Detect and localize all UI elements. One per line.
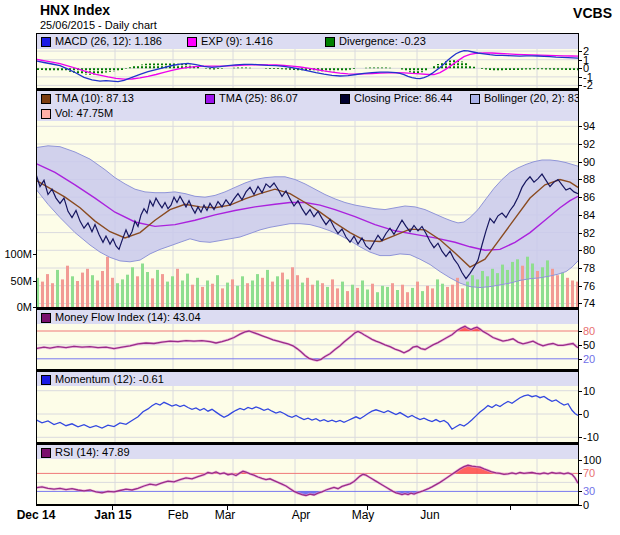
legend-item: Divergence: -0.23 <box>325 34 426 49</box>
volume-bar <box>451 285 454 307</box>
axis-tick-mark <box>578 162 582 163</box>
bollinger-swatch-icon <box>470 94 480 104</box>
legend-label: RSI (14): 47.89 <box>55 445 130 460</box>
x-axis-month-label: May <box>352 508 375 522</box>
volume-bar <box>196 278 199 307</box>
plot-rsi <box>37 459 578 504</box>
volume-swatch-icon <box>41 109 51 119</box>
volume-bar <box>491 269 494 307</box>
volume-bar <box>551 269 554 307</box>
volume-bar <box>506 270 509 307</box>
panel-separator <box>36 504 579 506</box>
volume-bar <box>266 270 269 307</box>
volume-bar <box>381 286 384 307</box>
volume-bar <box>246 283 249 307</box>
exp-swatch-icon <box>187 37 197 47</box>
exp-line <box>37 53 578 79</box>
volume-bar <box>376 292 379 307</box>
axis-tick-mark <box>578 303 582 304</box>
y-axis-label: 80 <box>583 325 595 337</box>
volume-tick-mark <box>33 281 37 282</box>
volume-bar <box>81 273 84 307</box>
axis-tick-mark <box>578 250 582 251</box>
y-axis-label: 100 <box>583 454 601 466</box>
y-axis-label: 30 <box>583 485 595 497</box>
plot-mfi <box>37 324 578 369</box>
plot-macd <box>37 49 578 88</box>
volume-bar <box>286 279 289 307</box>
momentum-line <box>37 395 578 429</box>
y-axis-label: 10 <box>583 385 595 397</box>
axis-tick-mark <box>578 268 582 269</box>
volume-bar <box>461 288 464 307</box>
volume-bar <box>191 285 194 307</box>
y-axis-label: 82 <box>583 227 595 239</box>
volume-bar <box>516 259 519 307</box>
volume-bar <box>61 279 64 307</box>
panel-mfi: Money Flow Index (14): 43.04 <box>36 310 579 369</box>
volume-bar <box>571 281 574 308</box>
volume-bar <box>371 284 374 307</box>
legend-label: MACD (26, 12): 1.186 <box>55 34 162 49</box>
axis-tick-mark <box>578 359 582 360</box>
axis-tick-mark <box>578 391 582 392</box>
volume-bar <box>471 275 474 307</box>
y-axis-label: -2 <box>583 79 593 91</box>
y-axis-label: 20 <box>583 353 595 365</box>
volume-axis-label: 50M <box>1 275 32 287</box>
axis-tick-mark <box>578 77 582 78</box>
legend-label: Vol: 47.75M <box>55 106 113 121</box>
x-axis-month-label: Dec 14 <box>17 508 56 522</box>
volume-bar <box>41 282 44 307</box>
legend-label: TMA (10): 87.13 <box>55 91 134 106</box>
volume-bar <box>546 260 549 307</box>
volume-tick-mark <box>33 254 37 255</box>
panel-rsi: RSI (14): 47.89 <box>36 445 579 504</box>
chart-area: MACD (26, 12): 1.186EXP (9): 1.416Diverg… <box>0 0 620 535</box>
volume-bar <box>361 281 364 308</box>
volume-bar <box>566 278 569 307</box>
volume-bar <box>416 282 419 307</box>
closing-price-swatch-icon <box>340 94 350 104</box>
x-axis-month-label: Mar <box>215 508 236 522</box>
volume-bar <box>331 279 334 307</box>
volume-axis-label: 100M <box>1 248 32 260</box>
volume-bar <box>346 291 349 307</box>
volume-bar <box>216 275 219 307</box>
volume-bar <box>221 288 224 307</box>
volume-bar <box>136 276 139 307</box>
volume-bar <box>366 290 369 308</box>
volume-bar <box>261 278 264 307</box>
volume-bar <box>486 276 489 307</box>
legend-item: Momentum (12): -0.61 <box>41 372 164 387</box>
volume-bar <box>46 274 49 307</box>
volume-bar <box>256 274 259 307</box>
legend-item: Closing Price: 86.44 <box>340 91 452 106</box>
legend-label: Closing Price: 86.44 <box>354 91 452 106</box>
y-axis-label: 70 <box>583 467 595 479</box>
volume-bar <box>71 276 74 307</box>
legend-label: TMA (25): 86.07 <box>219 91 298 106</box>
volume-bar <box>521 266 524 307</box>
volume-bar <box>146 272 149 307</box>
volume-bar <box>186 274 189 307</box>
rsi-swatch-icon <box>41 448 51 458</box>
volume-bar <box>336 288 339 307</box>
volume-bar <box>561 273 564 307</box>
volume-bar <box>406 292 409 307</box>
panel-macd: MACD (26, 12): 1.186EXP (9): 1.416Diverg… <box>36 34 579 88</box>
x-axis-month-label: Jun <box>420 508 439 522</box>
volume-bar <box>501 265 504 307</box>
volume-bar <box>511 262 514 307</box>
x-axis-tick <box>510 506 511 510</box>
volume-bar <box>131 267 134 307</box>
legend-item: TMA (10): 87.13 <box>41 91 134 106</box>
axis-tick-mark <box>578 68 582 69</box>
axis-tick-mark <box>578 345 582 346</box>
chart-window: HNX Index 25/06/2015 - Daily chart VCBS … <box>0 0 620 535</box>
volume-bar <box>301 283 304 307</box>
volume-bar <box>356 288 359 307</box>
volume-bar <box>141 264 144 308</box>
volume-bar <box>111 278 114 307</box>
volume-bar <box>106 257 109 307</box>
